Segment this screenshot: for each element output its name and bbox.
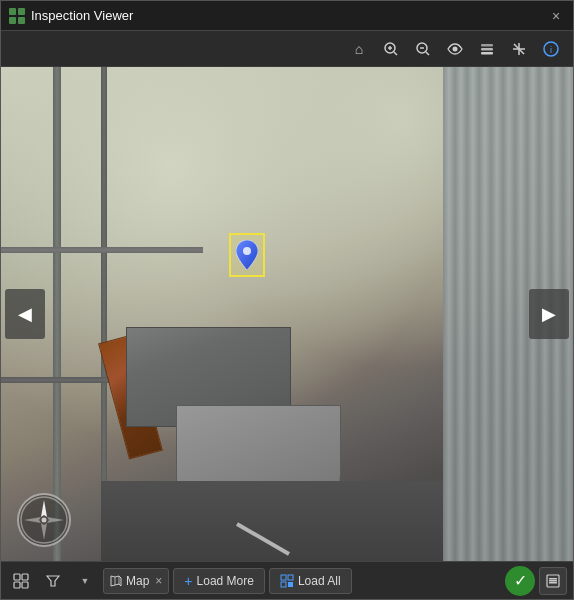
map-tag: Map ×	[103, 568, 169, 594]
photo-scene	[1, 67, 573, 561]
svg-marker-24	[47, 517, 64, 523]
svg-rect-38	[288, 582, 293, 587]
svg-marker-22	[41, 500, 47, 517]
confirm-button[interactable]: ✓	[505, 566, 535, 596]
layers-button[interactable]	[473, 36, 501, 62]
svg-rect-42	[549, 582, 557, 584]
load-all-icon	[280, 574, 294, 588]
location-pin-icon	[236, 240, 258, 270]
window-icon	[9, 8, 25, 24]
load-all-button[interactable]: Load All	[269, 568, 352, 594]
compass-circle	[17, 493, 71, 547]
compass-rose	[17, 493, 71, 547]
load-more-icon: +	[184, 573, 192, 589]
svg-rect-40	[549, 580, 557, 582]
grid-view-button[interactable]	[7, 567, 35, 595]
floor-marking	[236, 522, 290, 555]
filter-dropdown-button[interactable]: ▼	[71, 567, 99, 595]
svg-rect-28	[22, 574, 28, 580]
pin-highlight-box	[229, 233, 265, 277]
nav-next-button[interactable]: ▶	[529, 289, 569, 339]
resize-button[interactable]	[505, 36, 533, 62]
inspection-viewer-window: Inspection Viewer × ⌂	[0, 0, 574, 600]
svg-rect-13	[481, 48, 493, 51]
status-bar: ▼ Map × + Load More Load All	[1, 561, 573, 599]
title-bar: Inspection Viewer ×	[1, 1, 573, 31]
svg-rect-0	[9, 8, 16, 15]
svg-rect-3	[18, 17, 25, 24]
load-more-label: Load More	[197, 574, 254, 588]
svg-rect-14	[481, 52, 493, 55]
load-more-button[interactable]: + Load More	[173, 568, 265, 594]
svg-marker-25	[24, 517, 41, 523]
nav-left-icon: ◀	[18, 303, 32, 325]
check-icon: ✓	[514, 571, 527, 590]
svg-line-10	[426, 52, 429, 55]
svg-point-11	[453, 46, 458, 51]
window-close-button[interactable]: ×	[547, 7, 565, 25]
collapse-icon	[546, 574, 560, 588]
grid-icon	[13, 573, 29, 589]
horizontal-frame-1	[1, 247, 203, 253]
floor-area	[101, 481, 443, 561]
svg-rect-37	[281, 582, 286, 587]
svg-rect-35	[281, 575, 286, 580]
svg-rect-30	[22, 582, 28, 588]
svg-marker-23	[41, 523, 47, 540]
info-button[interactable]: i	[537, 36, 565, 62]
home-button[interactable]: ⌂	[345, 36, 373, 62]
collapse-button[interactable]	[539, 567, 567, 595]
svg-rect-27	[14, 574, 20, 580]
inspection-pin[interactable]	[229, 233, 265, 277]
map-label: Map	[126, 574, 149, 588]
filter-button[interactable]	[39, 567, 67, 595]
svg-marker-31	[47, 576, 59, 586]
svg-rect-41	[549, 578, 557, 580]
svg-point-20	[243, 247, 251, 255]
svg-rect-2	[9, 17, 16, 24]
svg-line-7	[394, 52, 397, 55]
nav-right-icon: ▶	[542, 303, 556, 325]
svg-rect-36	[288, 575, 293, 580]
svg-point-26	[42, 518, 47, 523]
svg-marker-32	[111, 576, 121, 586]
eye-button[interactable]	[441, 36, 469, 62]
nav-prev-button[interactable]: ◀	[5, 289, 45, 339]
svg-rect-12	[481, 44, 493, 47]
zoom-out-button[interactable]	[409, 36, 437, 62]
filter-icon	[46, 574, 60, 588]
svg-text:i: i	[550, 45, 552, 55]
viewer-toolbar: ⌂	[1, 31, 573, 67]
compass-svg	[19, 495, 69, 545]
vertical-frame-1	[53, 67, 61, 561]
svg-rect-29	[14, 582, 20, 588]
map-icon	[110, 575, 122, 587]
window-title: Inspection Viewer	[31, 8, 541, 23]
load-all-label: Load All	[298, 574, 341, 588]
zoom-in-button[interactable]	[377, 36, 405, 62]
photo-viewer: ◀ ▶	[1, 67, 573, 561]
svg-rect-1	[18, 8, 25, 15]
map-tag-close-button[interactable]: ×	[155, 574, 162, 588]
